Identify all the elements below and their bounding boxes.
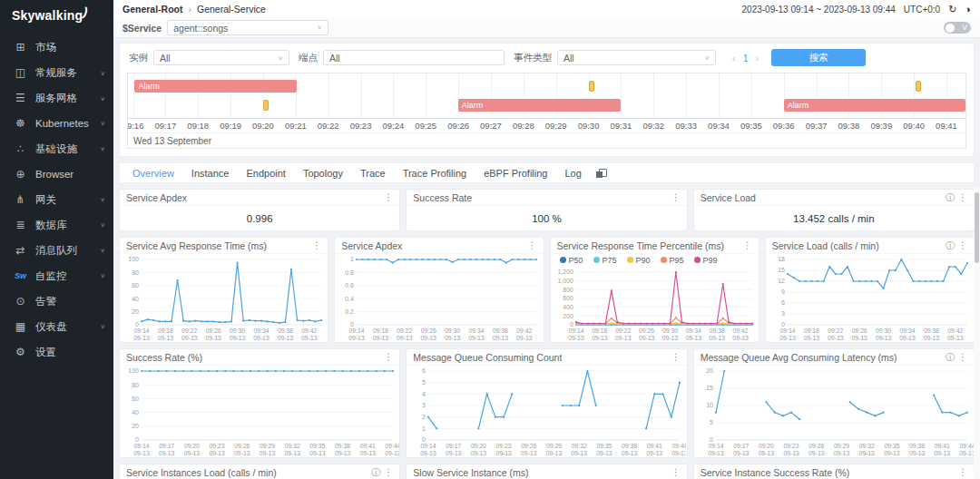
svg-text:09:2909-13: 09:2909-13 [546,443,563,456]
svg-text:09:2609-13: 09:2609-13 [206,327,222,341]
infrastructure-icon: ∴ [14,142,27,155]
more-menu-icon[interactable]: ⋮ [312,240,321,250]
version-toggle[interactable]: V [944,22,971,34]
chevron-down-icon: ∨ [100,247,105,253]
sidebar-item-dashboards[interactable]: ▦仪表盘∨ [0,314,113,339]
sidebar-item-database[interactable]: ≣数据库∨ [0,212,113,238]
more-menu-icon[interactable]: ⋮ [958,192,967,202]
endpoint-filter-input[interactable]: All [323,50,505,65]
general-service-icon: ◫ [14,66,27,79]
refresh-icon[interactable]: ↻ [948,4,956,15]
timeline-tick-label: 09:34 [708,121,730,131]
more-menu-icon[interactable]: ⋮ [958,352,967,362]
tab-instance[interactable]: Instance [191,168,230,179]
chart-body-response-time-percentile: P50P75P90P95P9902004006008001,0001,20009… [551,254,759,342]
breadcrumb-leaf[interactable]: General-Service [197,4,266,15]
sidebar-item-label: Browser [35,169,74,180]
svg-text:60: 60 [132,282,139,288]
alarm-bar[interactable]: Alarm [784,99,965,112]
widget-icon[interactable] [599,169,607,177]
tab-ebpf-profiling[interactable]: eBPF Profiling [484,168,547,179]
more-menu-icon[interactable]: ⋮ [671,352,681,362]
event-marker[interactable] [263,100,269,111]
alerting-icon: ⊙ [14,295,27,308]
sidebar-item-label: 数据库 [35,219,67,232]
more-menu-icon[interactable]: ⋮ [743,240,752,250]
sidebar-item-browser[interactable]: ⊕Browser [0,161,113,187]
svg-text:09:2309-13: 09:2309-13 [209,443,225,456]
card-header: Service Load (calls / min)ⓘ⋮ [766,238,974,254]
info-icon[interactable]: ⓘ [946,240,955,252]
sidebar-item-infrastructure[interactable]: ∴基础设施∨ [0,136,113,161]
info-icon[interactable]: ⓘ [946,351,955,364]
app-logo-text: Skywalking [12,8,83,23]
legend-item-p90[interactable]: P90 [627,256,651,265]
legend-item-p75[interactable]: P75 [593,256,617,265]
timeline-gridline [133,73,134,118]
sidebar-item-self-observability[interactable]: Sw自监控∨ [0,263,113,288]
time-range[interactable]: 2023-09-13 09:14 ~ 2023-09-13 09:44 [742,5,896,15]
sidebar-item-alerting[interactable]: ⊙告警 [0,288,113,314]
legend-item-p99[interactable]: P99 [694,256,718,265]
legend-item-p95[interactable]: P95 [661,256,684,265]
tab-endpoint[interactable]: Endpoint [246,168,285,179]
next-page-button[interactable]: › [756,53,760,64]
more-menu-icon[interactable]: ⋮ [958,240,967,250]
tab-overview[interactable]: Overview [132,168,174,179]
sidebar-item-general-service[interactable]: ◫常规服务∨ [0,60,113,85]
instance-filter-select[interactable]: All ∨ [153,50,289,65]
sidebar-item-settings[interactable]: ⚙设置 [0,339,113,365]
tab-trace[interactable]: Trace [360,168,386,179]
sidebar-item-gateway[interactable]: ⋔网关∨ [0,187,113,212]
more-menu-icon[interactable]: ⋮ [384,467,393,477]
chevron-down-icon: ∨ [100,145,105,152]
svg-text:09:1809-13: 09:1809-13 [158,327,174,341]
event-type-filter-select[interactable]: All ∨ [557,50,716,65]
search-button[interactable]: 搜索 [771,49,866,66]
svg-text:80: 80 [132,269,139,276]
timeline-gridline [426,73,426,118]
sidebar-item-service-mesh[interactable]: ☰服务网格∨ [0,85,113,111]
svg-text:09:3509-13: 09:3509-13 [597,443,613,456]
legend-item-p50[interactable]: P50 [560,256,583,265]
timeline-tick-label: 09:19 [220,121,241,131]
marketplace-icon: ⊞ [14,41,27,54]
tab-topology[interactable]: Topology [303,168,343,179]
service-select[interactable]: agent::songs ∨ [167,20,328,35]
alarm-bar[interactable]: Alarm [134,80,297,93]
info-icon[interactable]: ⓘ [371,466,380,479]
tab-trace-profiling[interactable]: Trace Profiling [403,168,467,179]
card-title: Success Rate [413,192,472,203]
more-menu-icon[interactable]: ⋮ [958,467,967,477]
info-icon[interactable]: ⓘ [946,191,955,204]
svg-text:09:3009-13: 09:3009-13 [445,327,461,341]
page-number[interactable]: 1 [743,53,749,64]
sidebar-item-kubernetes[interactable]: ☸Kubernetes∨ [0,111,113,136]
sidebar-item-message-queue[interactable]: ⇄消息队列∨ [0,238,113,263]
sidebar-item-label: 基础设施 [35,142,77,156]
more-menu-icon[interactable]: ⋮ [671,192,681,202]
tab-log[interactable]: Log [564,168,581,179]
theme-icon[interactable]: ◑ [965,4,971,15]
scrollbar-thumb[interactable] [975,192,979,263]
prev-page-button[interactable]: ‹ [732,53,736,64]
timeline-tick-label: 09:39 [870,121,892,131]
chevron-down-icon: ∨ [100,94,105,101]
card-header-icons: ⋮ [312,240,321,250]
event-marker[interactable] [916,81,921,92]
more-menu-icon[interactable]: ⋮ [384,192,393,202]
breadcrumb-root[interactable]: General-Root [122,4,183,15]
card-title: Service Load (calls / min) [772,240,879,251]
chart-card-success-rate: Success Rate (%)⋮02040608010009:1409-130… [119,348,400,458]
event-marker[interactable] [589,81,594,92]
svg-text:40: 40 [132,296,139,302]
svg-text:80: 80 [132,382,139,388]
sidebar-item-marketplace[interactable]: ⊞市场 [0,34,113,60]
timeline-tick-label: 09:25 [415,121,436,131]
timeline-tick-label: 09:37 [806,121,828,131]
alarm-bar[interactable]: Alarm [458,99,621,112]
card-header-icons: ⋮ [671,467,681,477]
more-menu-icon[interactable]: ⋮ [384,352,393,362]
more-menu-icon[interactable]: ⋮ [671,467,681,477]
more-menu-icon[interactable]: ⋮ [528,240,537,250]
